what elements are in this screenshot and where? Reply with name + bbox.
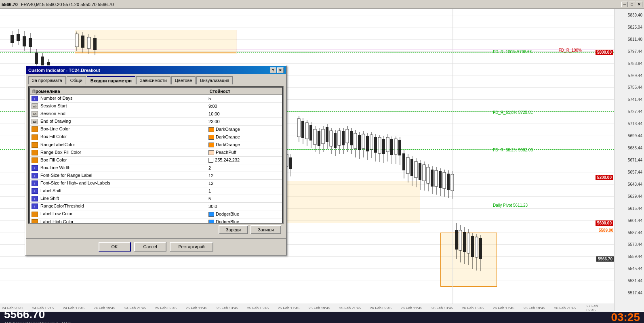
param-value-cell[interactable]: 5 xyxy=(207,95,282,103)
dialog-body: Променлива Стойност i Number of Days 5 a… xyxy=(26,84,286,238)
save-btn[interactable]: Запиши xyxy=(250,225,281,234)
params-table-container[interactable]: Променлива Стойност i Number of Days 5 a… xyxy=(28,86,284,224)
ok-button[interactable]: OK xyxy=(99,242,131,252)
table-row[interactable]: i Number of Days 5 xyxy=(29,95,282,103)
param-value-cell[interactable]: DodgerBlue xyxy=(207,210,282,218)
param-value-cell[interactable]: 10:00 xyxy=(207,110,282,118)
tab-general[interactable]: Общи xyxy=(67,76,86,84)
table-row[interactable]: RangeLabelColor DarkOrange xyxy=(29,141,282,149)
params-table: Променлива Стойност i Number of Days 5 a… xyxy=(29,87,283,224)
param-name-cell: Box Fill Color xyxy=(29,156,207,164)
table-row[interactable]: ab Session End 10:00 xyxy=(29,110,282,118)
action-button-row: Зареди Запиши xyxy=(28,224,284,236)
param-value-cell[interactable]: DarkOrange xyxy=(207,133,282,141)
param-value-cell[interactable]: 30.0 xyxy=(207,203,282,210)
restart-button[interactable]: Рестартирай xyxy=(170,242,214,252)
table-row[interactable]: i RangeColorThreshold 30.0 xyxy=(29,203,282,210)
param-name-cell: i RangeColorThreshold xyxy=(29,203,207,210)
table-row[interactable]: i Font-Size for High- and Low-Labels 12 xyxy=(29,180,282,187)
param-value-cell[interactable]: 23:00 xyxy=(207,118,282,126)
tab-about[interactable]: За програмата xyxy=(28,76,66,84)
param-name-cell: i Font-Size for Range Label xyxy=(29,172,207,179)
param-name-cell: Label Low Color xyxy=(29,210,207,218)
indicator-dialog: Custom Indicator - TC24.Breakout ? ✕ За … xyxy=(25,65,287,256)
tab-colors[interactable]: Цветове xyxy=(171,76,196,84)
param-value-cell[interactable]: PeachPuff xyxy=(207,149,282,156)
tab-viz[interactable]: Визуализация xyxy=(196,76,233,84)
param-name-cell: ab Session End xyxy=(29,110,207,118)
param-value-cell[interactable]: DarkOrange xyxy=(207,141,282,149)
param-name-cell: ab Session Start xyxy=(29,103,207,110)
param-name-cell: i Line Shift xyxy=(29,195,207,203)
param-value-cell[interactable]: 5 xyxy=(207,195,282,203)
param-value-cell[interactable]: DarkOrange xyxy=(207,126,282,133)
param-value-cell[interactable]: 255,242,232 xyxy=(207,156,282,164)
param-name-cell: ab End of Drawing xyxy=(29,118,207,126)
table-row[interactable]: Label High Color DodgerBlue xyxy=(29,218,282,224)
dialog-titlebar[interactable]: Custom Indicator - TC24.Breakout ? ✕ xyxy=(26,66,286,74)
param-value-cell[interactable]: 1 xyxy=(207,187,282,195)
param-value-cell[interactable]: 12 xyxy=(207,172,282,179)
dialog-title: Custom Indicator - TC24.Breakout xyxy=(28,68,100,73)
param-value-cell[interactable]: 12 xyxy=(207,180,282,187)
dialog-overlay: Custom Indicator - TC24.Breakout ? ✕ За … xyxy=(0,0,644,323)
table-row[interactable]: i Box-Line Width 2 xyxy=(29,164,282,172)
dialog-bottom-buttons: OK Cancel Рестартирай xyxy=(26,238,286,255)
tab-bar: За програмата Общи Входни параметри Зави… xyxy=(26,74,286,84)
col-header-val: Стойност xyxy=(207,88,282,95)
table-row[interactable]: Label Low Color DodgerBlue xyxy=(29,210,282,218)
table-row[interactable]: i Font-Size for Range Label 12 xyxy=(29,172,282,179)
cancel-button[interactable]: Cancel xyxy=(134,242,166,252)
table-row[interactable]: ab Session Start 9:00 xyxy=(29,103,282,110)
table-row[interactable]: Box-Line Color DarkOrange xyxy=(29,126,282,133)
table-row[interactable]: ab End of Drawing 23:00 xyxy=(29,118,282,126)
param-name-cell: i Number of Days xyxy=(29,95,207,103)
tab-deps[interactable]: Зависимости xyxy=(136,76,170,84)
param-name-cell: i Box-Line Width xyxy=(29,164,207,172)
dialog-help-btn[interactable]: ? xyxy=(270,67,276,73)
param-name-cell: i Label Shift xyxy=(29,187,207,195)
param-name-cell: Box-Line Color xyxy=(29,126,207,133)
param-name-cell: i Font-Size for High- and Low-Labels xyxy=(29,180,207,187)
param-name-cell: Box Fill Color xyxy=(29,133,207,141)
dialog-close-btn[interactable]: ✕ xyxy=(277,67,284,73)
param-name-cell: Label High Color xyxy=(29,218,207,224)
param-value-cell[interactable]: DodgerBlue xyxy=(207,218,282,224)
params-tbody: i Number of Days 5 ab Session Start 9:00… xyxy=(29,95,282,224)
param-name-cell: Range Box Fill Color xyxy=(29,149,207,156)
reset-btn[interactable]: Зареди xyxy=(219,225,248,234)
table-row[interactable]: Box Fill Color 255,242,232 xyxy=(29,156,282,164)
chart-area: 5566.70 FRA40,M15 5560.20 5571.20 5550.7… xyxy=(0,0,644,323)
table-row[interactable]: Box Fill Color DarkOrange xyxy=(29,133,282,141)
table-row[interactable]: i Label Shift 1 xyxy=(29,187,282,195)
tab-inputs[interactable]: Входни параметри xyxy=(87,76,135,84)
col-header-var: Променлива xyxy=(29,88,207,95)
table-row[interactable]: Range Box Fill Color PeachPuff xyxy=(29,149,282,156)
param-value-cell[interactable]: 9:00 xyxy=(207,103,282,110)
param-name-cell: RangeLabelColor xyxy=(29,141,207,149)
param-value-cell[interactable]: 2 xyxy=(207,164,282,172)
table-row[interactable]: i Line Shift 5 xyxy=(29,195,282,203)
